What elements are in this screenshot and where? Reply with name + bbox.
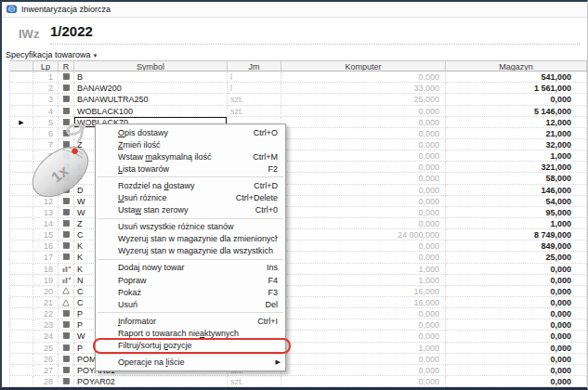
square-icon[interactable] xyxy=(59,106,74,117)
cell-komputer[interactable]: 0,000 xyxy=(281,139,446,150)
cell-lp[interactable]: 26 xyxy=(33,354,59,365)
cell-magazyn[interactable]: 0,000 xyxy=(446,308,587,319)
menu-item-rozdziel-na-dostawy[interactable]: Rozdziel na dostawyCtrl+D xyxy=(96,179,285,191)
cell-magazyn[interactable]: 0,000 xyxy=(446,365,587,376)
row-selector-cell[interactable] xyxy=(10,365,33,376)
document-number-field[interactable]: 1/2022 xyxy=(50,23,93,39)
column-header-r[interactable]: R xyxy=(59,60,74,72)
cell-komputer[interactable]: 0,000 xyxy=(281,196,446,207)
square-icon[interactable] xyxy=(59,365,74,376)
cell-magazyn[interactable]: 54,000 xyxy=(446,196,587,207)
square-icon[interactable] xyxy=(59,162,74,173)
cell-lp[interactable]: 24 xyxy=(33,331,59,342)
cell-lp[interactable]: 19 xyxy=(33,275,59,286)
menu-item-ustaw-stan-zerowy[interactable]: Ustaw stan zerowyCtrl+0 xyxy=(96,204,285,216)
menu-item-filtruj-sortuj-pozycje[interactable]: Filtruj/sortuj pozycje xyxy=(96,340,285,352)
menu-item-wyzeruj-stan-w-magazynie-dla-wszystkich[interactable]: Wyzeruj stan w magazynie dla wszystkich xyxy=(96,245,285,257)
square-icon[interactable] xyxy=(59,196,74,207)
tab-specyfikacja-towarowa[interactable]: Specyfikacja towarowa▼ xyxy=(6,50,98,59)
cell-komputer[interactable]: 1,000 xyxy=(281,343,446,354)
row-selector-cell[interactable] xyxy=(10,240,33,252)
cell-magazyn[interactable]: 0,000 xyxy=(446,354,587,365)
menu-item-zmień-ilość[interactable]: Zmień ilość xyxy=(96,138,285,150)
row-selector-cell[interactable] xyxy=(10,196,33,207)
menu-item-wstaw-maksymalną-ilość[interactable]: Wstaw maksymalną ilośćCtrl+M xyxy=(96,150,285,162)
cell-lp[interactable]: 20 xyxy=(33,286,59,297)
cell-komputer[interactable]: 0,000 xyxy=(281,185,446,196)
cell-komputer[interactable]: 24 000,000 xyxy=(281,229,446,240)
chart-bars-icon[interactable] xyxy=(59,275,74,286)
cell-magazyn[interactable]: 8 749,000 xyxy=(446,229,587,240)
menu-item-popraw[interactable]: PoprawF4 xyxy=(96,274,285,286)
row-selector-cell[interactable] xyxy=(10,264,33,275)
cell-komputer[interactable]: 0,000 xyxy=(281,252,446,263)
row-selector-cell[interactable] xyxy=(10,286,33,297)
row-selector-cell[interactable] xyxy=(10,275,33,286)
cell-komputer[interactable]: 1,000 xyxy=(281,275,446,286)
menu-item-usuń-wszystkie-różnice-stanów[interactable]: Usuń wszystkie różnice stanów xyxy=(96,221,285,233)
row-selector-cell[interactable] xyxy=(10,72,33,83)
cell-komputer[interactable]: 0,000 xyxy=(281,117,446,128)
cell-lp[interactable]: 7 xyxy=(33,139,59,150)
cell-magazyn[interactable]: 0,000 xyxy=(446,319,587,331)
cell-komputer[interactable]: 33,000 xyxy=(281,83,446,94)
cell-magazyn[interactable]: 0,000 xyxy=(446,264,587,275)
cell-symbol[interactable]: BANAW200 xyxy=(74,83,228,94)
cell-komputer[interactable]: 0,000 xyxy=(281,218,446,229)
cell-komputer[interactable]: 0,000 xyxy=(281,162,446,173)
square-icon[interactable] xyxy=(59,252,74,263)
cell-komputer[interactable]: 1,000 xyxy=(281,264,446,275)
column-header-komputer[interactable]: Komputer xyxy=(281,60,446,72)
cell-komputer[interactable]: 0,000 xyxy=(281,72,446,83)
column-header-lp[interactable]: Lp xyxy=(33,60,59,72)
cell-lp[interactable]: 28 xyxy=(33,376,59,387)
square-icon[interactable] xyxy=(59,128,74,139)
column-header-jm[interactable]: Jm xyxy=(228,60,281,72)
row-selector-cell[interactable] xyxy=(10,128,33,139)
cell-magazyn[interactable]: 541,000 xyxy=(446,72,587,83)
cell-symbol[interactable]: B xyxy=(74,72,228,83)
square-icon[interactable] xyxy=(59,83,74,94)
square-icon[interactable] xyxy=(59,139,74,150)
menu-item-pokaż[interactable]: PokażF3 xyxy=(96,286,285,298)
cell-lp[interactable]: 6 xyxy=(33,128,59,139)
menu-item-operacje-na-liście[interactable]: Operacje na liście▶ xyxy=(96,357,285,369)
row-selector-cell[interactable] xyxy=(10,319,33,331)
cell-komputer[interactable]: 0,000 xyxy=(281,376,446,387)
row-selector-cell[interactable] xyxy=(10,229,33,240)
cell-jm[interactable]: szt. xyxy=(228,106,281,117)
cell-lp[interactable]: 2 xyxy=(33,83,59,94)
menu-item-opis-dostawy[interactable]: Opis dostawyCtrl+O xyxy=(96,126,285,138)
cell-symbol[interactable]: POYAR02 xyxy=(74,376,228,387)
row-selector-cell[interactable] xyxy=(10,150,33,162)
cell-komputer[interactable]: 0,000 xyxy=(281,308,446,319)
square-icon[interactable] xyxy=(59,173,74,184)
cell-komputer[interactable]: 0,000 xyxy=(281,365,446,376)
row-selector-cell[interactable] xyxy=(10,207,33,218)
cell-lp[interactable]: 8 xyxy=(33,150,59,162)
square-icon[interactable] xyxy=(59,376,74,387)
cell-lp[interactable]: 4 xyxy=(33,106,59,117)
cell-lp[interactable]: 1 xyxy=(33,72,59,83)
cell-lp[interactable]: 25 xyxy=(33,343,59,354)
cell-magazyn[interactable]: 95,000 xyxy=(446,207,587,218)
cell-komputer[interactable]: 0,000 xyxy=(281,207,446,218)
square-icon[interactable] xyxy=(59,218,74,229)
chart-bars-icon[interactable] xyxy=(59,264,74,275)
cell-lp[interactable]: 14 xyxy=(33,218,59,229)
cell-magazyn[interactable]: 21,000 xyxy=(446,128,587,139)
row-selector-cell[interactable] xyxy=(10,343,33,354)
triangle-icon[interactable] xyxy=(59,286,74,297)
cell-magazyn[interactable]: 0,000 xyxy=(446,297,587,308)
cell-komputer[interactable]: 0,000 xyxy=(281,106,446,117)
cell-komputer[interactable]: 0,000 xyxy=(281,354,446,365)
cell-lp[interactable]: 21 xyxy=(33,297,59,308)
cell-komputer[interactable]: 0,000 xyxy=(281,331,446,342)
row-selector-cell[interactable] xyxy=(10,376,33,387)
row-selector-cell[interactable] xyxy=(10,162,33,173)
cell-komputer[interactable]: 25,000 xyxy=(281,94,446,105)
cell-lp[interactable]: 16 xyxy=(33,240,59,252)
cell-komputer[interactable]: 0,000 xyxy=(281,173,446,184)
cell-magazyn[interactable]: 12,000 xyxy=(446,117,587,128)
cell-jm[interactable]: szt. xyxy=(228,94,281,105)
